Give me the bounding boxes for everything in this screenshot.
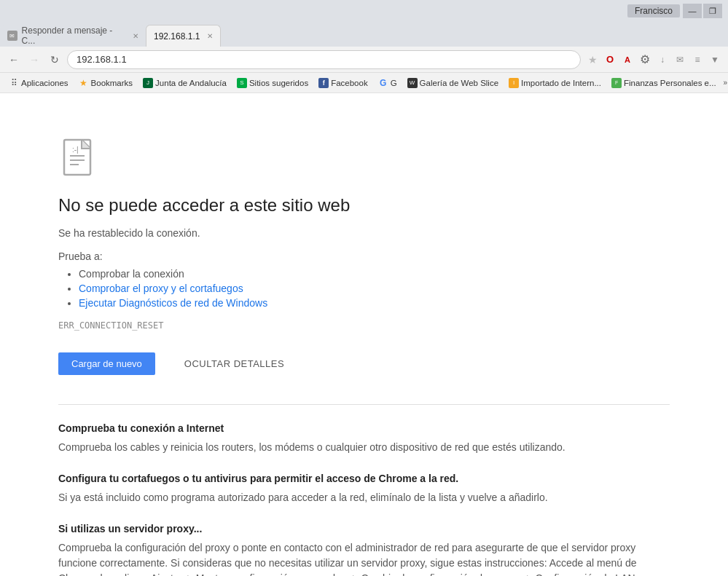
- extra-icon-1[interactable]: ↓: [655, 52, 670, 67]
- list-item-1-text: Comprobar la conexión: [79, 268, 184, 280]
- reload-page-button[interactable]: Cargar de nuevo: [58, 352, 155, 375]
- bookmark-bookmarks-label: Bookmarks: [91, 79, 133, 87]
- bookmark-finanzas[interactable]: F Finanzas Personales e...: [607, 76, 721, 90]
- bookmark-aplicaciones[interactable]: ⠿ Aplicaciones: [4, 76, 73, 90]
- detail-text-2: Si ya está incluido como programa autori…: [58, 490, 670, 505]
- bookmarks-chevron[interactable]: »: [724, 79, 728, 87]
- detail-block-3: Si utilizas un servidor proxy... Comprue…: [58, 523, 670, 576]
- tab-favicon-1: ✉: [7, 31, 17, 41]
- facebook-icon: f: [318, 78, 329, 88]
- apps-icon: ⠿: [9, 78, 19, 88]
- tab-label-2: 192.168.1.1: [154, 31, 200, 42]
- junta-icon: J: [143, 78, 153, 88]
- back-button[interactable]: ←: [6, 52, 22, 68]
- opera-icon[interactable]: O: [603, 52, 617, 67]
- detail-block-2: Configura tu cortafuegos o tu antivirus …: [58, 473, 670, 505]
- error-code: ERR_CONNECTION_RESET: [58, 320, 670, 331]
- bookmark-galeria[interactable]: W Galería de Web Slice: [403, 76, 503, 90]
- bookmark-sitios-label: Sitios sugeridos: [249, 79, 308, 87]
- bookmark-importado-label: Importado de Intern...: [521, 79, 601, 87]
- tab-close-2[interactable]: ✕: [207, 32, 213, 40]
- tab-close-1[interactable]: ✕: [133, 32, 138, 40]
- extra-icon-2[interactable]: ✉: [673, 52, 687, 67]
- details-section: Comprueba tu conexión a Internet Comprue…: [58, 404, 670, 576]
- list-item-2: Comprobar el proxy y el cortafuegos: [79, 283, 670, 294]
- prueba-label: Prueba a:: [58, 250, 670, 262]
- bookmark-aplicaciones-label: Aplicaciones: [21, 79, 69, 87]
- detail-heading-3: Si utilizas un servidor proxy...: [58, 523, 670, 534]
- error-list: Comprobar la conexión Comprobar el proxy…: [58, 268, 670, 309]
- bookmark-facebook-label: Facebook: [331, 79, 368, 87]
- maximize-button[interactable]: ❐: [703, 4, 722, 18]
- detail-heading-1: Comprueba tu conexión a Internet: [58, 422, 670, 434]
- bookmark-star-icon[interactable]: ★: [585, 52, 600, 67]
- button-row: Cargar de nuevo OCULTAR DETALLES: [58, 352, 670, 375]
- tab-ip[interactable]: 192.168.1.1 ✕: [146, 25, 221, 47]
- error-icon: :-|: [58, 137, 102, 181]
- title-bar: Francisco — ❐: [0, 0, 728, 22]
- google-icon: G: [378, 78, 388, 88]
- address-bar: ← → ↻ ★ O A ⚙ ↓ ✉ ≡ ▼: [0, 47, 728, 73]
- user-label: Francisco: [627, 4, 680, 17]
- detail-block-1: Comprueba tu conexión a Internet Comprue…: [58, 422, 670, 455]
- extra-icon-3[interactable]: ≡: [690, 52, 705, 67]
- bookmark-sitios[interactable]: S Sitios sugeridos: [232, 76, 313, 90]
- bookmarks-bar: ⠿ Aplicaciones ★ Bookmarks J Junta de An…: [0, 73, 728, 93]
- minimize-button[interactable]: —: [683, 4, 702, 18]
- window-controls[interactable]: — ❐: [683, 4, 722, 18]
- list-item-3: Ejecutar Diagnósticos de red de Windows: [79, 297, 670, 309]
- error-subtitle: Se ha restablecido la conexión.: [58, 227, 670, 239]
- finanzas-icon: F: [611, 78, 622, 88]
- address-input[interactable]: [67, 50, 581, 69]
- list-item-2-link[interactable]: Comprobar el proxy y el cortafuegos: [79, 283, 243, 294]
- reload-button[interactable]: ↻: [47, 52, 63, 68]
- forward-button[interactable]: →: [26, 52, 42, 68]
- main-content: :-| No se puede acceder a este sitio web…: [0, 93, 728, 576]
- bookmark-bookmarks[interactable]: ★ Bookmarks: [74, 76, 138, 90]
- detail-heading-2: Configura tu cortafuegos o tu antivirus …: [58, 473, 670, 484]
- tab-label-1: Responder a mensaje - C...: [22, 25, 125, 46]
- tab-responder[interactable]: ✉ Responder a mensaje - C... ✕: [0, 25, 146, 47]
- adobe-icon[interactable]: A: [620, 52, 635, 67]
- bookmark-finanzas-label: Finanzas Personales e...: [624, 79, 716, 87]
- importado-icon: I: [509, 78, 519, 88]
- bookmark-google[interactable]: G G: [374, 76, 402, 90]
- tabs-bar: ✉ Responder a mensaje - C... ✕ 192.168.1…: [0, 22, 728, 47]
- toolbar-icons: ★ O A ⚙ ↓ ✉ ≡ ▼: [585, 52, 722, 67]
- bookmark-galeria-label: Galería de Web Slice: [420, 79, 498, 87]
- sitios-icon: S: [237, 78, 247, 88]
- galeria-icon: W: [407, 78, 418, 88]
- error-title: No se puede acceder a este sitio web: [58, 195, 670, 216]
- bookmark-junta-label: Junta de Andalucía: [155, 79, 227, 87]
- svg-text::-|: :-|: [72, 146, 79, 154]
- detail-text-3: Comprueba la configuración del proxy o p…: [58, 540, 670, 576]
- list-item-3-link[interactable]: Ejecutar Diagnósticos de red de Windows: [79, 297, 267, 309]
- star-icon: ★: [79, 78, 89, 88]
- detail-text-1: Comprueba los cables y reinicia los rout…: [58, 440, 670, 455]
- bookmark-facebook[interactable]: f Facebook: [314, 76, 372, 90]
- bookmark-google-label: G: [391, 79, 397, 87]
- bookmark-junta[interactable]: J Junta de Andalucía: [138, 76, 231, 90]
- extra-icon-4[interactable]: ▼: [708, 52, 722, 67]
- bookmark-importado[interactable]: I Importado de Intern...: [504, 76, 606, 90]
- list-item-1: Comprobar la conexión: [79, 268, 670, 280]
- settings-icon[interactable]: ⚙: [638, 52, 652, 67]
- hide-details-button[interactable]: OCULTAR DETALLES: [184, 358, 284, 369]
